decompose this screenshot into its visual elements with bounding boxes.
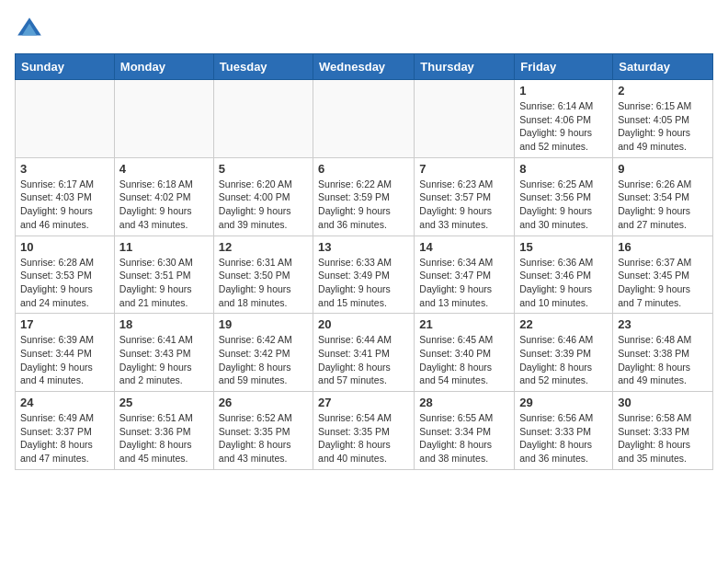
day-info: Sunrise: 6:42 AM Sunset: 3:42 PM Dayligh… [219, 333, 308, 387]
calendar-cell [415, 80, 515, 158]
day-number: 6 [318, 162, 409, 176]
day-number: 11 [119, 240, 209, 254]
day-number: 3 [20, 162, 109, 176]
calendar-cell: 30Sunrise: 6:58 AM Sunset: 3:33 PM Dayli… [613, 392, 713, 470]
day-info: Sunrise: 6:14 AM Sunset: 4:06 PM Dayligh… [519, 99, 608, 154]
weekday-header-row: SundayMondayTuesdayWednesdayThursdayFrid… [16, 54, 713, 80]
day-info: Sunrise: 6:15 AM Sunset: 4:05 PM Dayligh… [618, 99, 708, 154]
page-header [15, 15, 713, 44]
calendar-cell: 29Sunrise: 6:56 AM Sunset: 3:33 PM Dayli… [515, 392, 613, 470]
day-info: Sunrise: 6:28 AM Sunset: 3:53 PM Dayligh… [20, 256, 109, 310]
calendar-cell: 11Sunrise: 6:30 AM Sunset: 3:51 PM Dayli… [114, 236, 213, 314]
weekday-header-tuesday: Tuesday [213, 54, 313, 80]
day-number: 22 [519, 317, 608, 331]
calendar-cell: 21Sunrise: 6:45 AM Sunset: 3:40 PM Dayli… [415, 314, 515, 392]
day-number: 16 [618, 240, 708, 254]
day-number: 20 [318, 317, 409, 331]
day-number: 23 [618, 317, 708, 331]
calendar-cell: 14Sunrise: 6:34 AM Sunset: 3:47 PM Dayli… [415, 236, 515, 314]
day-number: 19 [219, 317, 308, 331]
calendar-cell: 6Sunrise: 6:22 AM Sunset: 3:59 PM Daylig… [313, 157, 415, 236]
calendar-cell: 4Sunrise: 6:18 AM Sunset: 4:02 PM Daylig… [114, 157, 213, 236]
day-info: Sunrise: 6:49 AM Sunset: 3:37 PM Dayligh… [20, 411, 109, 465]
calendar-cell [313, 80, 415, 158]
day-number: 8 [519, 162, 608, 176]
day-info: Sunrise: 6:46 AM Sunset: 3:39 PM Dayligh… [519, 333, 608, 387]
day-info: Sunrise: 6:41 AM Sunset: 3:43 PM Dayligh… [119, 333, 209, 387]
calendar-cell: 25Sunrise: 6:51 AM Sunset: 3:36 PM Dayli… [114, 392, 213, 470]
day-number: 29 [519, 396, 608, 409]
calendar-cell: 16Sunrise: 6:37 AM Sunset: 3:45 PM Dayli… [613, 236, 713, 314]
calendar-cell: 7Sunrise: 6:23 AM Sunset: 3:57 PM Daylig… [415, 157, 515, 236]
day-number: 1 [519, 84, 608, 98]
calendar: SundayMondayTuesdayWednesdayThursdayFrid… [15, 53, 713, 470]
calendar-cell [16, 80, 115, 158]
calendar-cell: 3Sunrise: 6:17 AM Sunset: 4:03 PM Daylig… [16, 157, 115, 236]
calendar-cell: 13Sunrise: 6:33 AM Sunset: 3:49 PM Dayli… [313, 236, 415, 314]
day-number: 17 [20, 317, 109, 331]
day-info: Sunrise: 6:33 AM Sunset: 3:49 PM Dayligh… [318, 256, 409, 310]
logo [15, 15, 48, 44]
day-number: 15 [519, 240, 608, 254]
calendar-cell: 9Sunrise: 6:26 AM Sunset: 3:54 PM Daylig… [613, 157, 713, 236]
day-info: Sunrise: 6:48 AM Sunset: 3:38 PM Dayligh… [618, 333, 708, 387]
day-info: Sunrise: 6:30 AM Sunset: 3:51 PM Dayligh… [119, 256, 209, 310]
day-info: Sunrise: 6:31 AM Sunset: 3:50 PM Dayligh… [219, 256, 308, 310]
calendar-cell: 1Sunrise: 6:14 AM Sunset: 4:06 PM Daylig… [515, 80, 613, 158]
day-number: 27 [318, 396, 409, 409]
day-info: Sunrise: 6:20 AM Sunset: 4:00 PM Dayligh… [219, 178, 308, 232]
day-info: Sunrise: 6:58 AM Sunset: 3:33 PM Dayligh… [618, 411, 708, 465]
calendar-cell: 22Sunrise: 6:46 AM Sunset: 3:39 PM Dayli… [515, 314, 613, 392]
week-row-1: 1Sunrise: 6:14 AM Sunset: 4:06 PM Daylig… [16, 80, 713, 158]
day-number: 9 [618, 162, 708, 176]
day-number: 21 [419, 317, 509, 331]
day-number: 7 [419, 162, 509, 176]
day-info: Sunrise: 6:22 AM Sunset: 3:59 PM Dayligh… [318, 178, 409, 232]
day-info: Sunrise: 6:26 AM Sunset: 3:54 PM Dayligh… [618, 178, 708, 232]
calendar-cell: 24Sunrise: 6:49 AM Sunset: 3:37 PM Dayli… [16, 392, 115, 470]
calendar-cell: 27Sunrise: 6:54 AM Sunset: 3:35 PM Dayli… [313, 392, 415, 470]
week-row-4: 17Sunrise: 6:39 AM Sunset: 3:44 PM Dayli… [16, 314, 713, 392]
calendar-cell [114, 80, 213, 158]
calendar-cell: 12Sunrise: 6:31 AM Sunset: 3:50 PM Dayli… [213, 236, 313, 314]
day-number: 26 [219, 396, 308, 409]
calendar-cell: 15Sunrise: 6:36 AM Sunset: 3:46 PM Dayli… [515, 236, 613, 314]
calendar-cell: 2Sunrise: 6:15 AM Sunset: 4:05 PM Daylig… [613, 80, 713, 158]
calendar-cell: 17Sunrise: 6:39 AM Sunset: 3:44 PM Dayli… [16, 314, 115, 392]
day-info: Sunrise: 6:25 AM Sunset: 3:56 PM Dayligh… [519, 178, 608, 232]
calendar-cell: 26Sunrise: 6:52 AM Sunset: 3:35 PM Dayli… [213, 392, 313, 470]
weekday-header-wednesday: Wednesday [313, 54, 415, 80]
weekday-header-saturday: Saturday [613, 54, 713, 80]
day-number: 13 [318, 240, 409, 254]
day-info: Sunrise: 6:37 AM Sunset: 3:45 PM Dayligh… [618, 256, 708, 310]
day-info: Sunrise: 6:51 AM Sunset: 3:36 PM Dayligh… [119, 411, 209, 465]
day-info: Sunrise: 6:23 AM Sunset: 3:57 PM Dayligh… [419, 178, 509, 232]
day-number: 24 [20, 396, 109, 409]
week-row-5: 24Sunrise: 6:49 AM Sunset: 3:37 PM Dayli… [16, 392, 713, 470]
day-info: Sunrise: 6:39 AM Sunset: 3:44 PM Dayligh… [20, 333, 109, 387]
day-info: Sunrise: 6:34 AM Sunset: 3:47 PM Dayligh… [419, 256, 509, 310]
calendar-cell: 5Sunrise: 6:20 AM Sunset: 4:00 PM Daylig… [213, 157, 313, 236]
day-number: 2 [618, 84, 708, 98]
day-number: 14 [419, 240, 509, 254]
day-number: 18 [119, 317, 209, 331]
calendar-cell: 20Sunrise: 6:44 AM Sunset: 3:41 PM Dayli… [313, 314, 415, 392]
day-info: Sunrise: 6:36 AM Sunset: 3:46 PM Dayligh… [519, 256, 608, 310]
weekday-header-monday: Monday [114, 54, 213, 80]
calendar-cell: 28Sunrise: 6:55 AM Sunset: 3:34 PM Dayli… [415, 392, 515, 470]
day-number: 10 [20, 240, 109, 254]
day-number: 25 [119, 396, 209, 409]
weekday-header-sunday: Sunday [16, 54, 115, 80]
day-number: 4 [119, 162, 209, 176]
calendar-cell [213, 80, 313, 158]
day-info: Sunrise: 6:44 AM Sunset: 3:41 PM Dayligh… [318, 333, 409, 387]
day-info: Sunrise: 6:45 AM Sunset: 3:40 PM Dayligh… [419, 333, 509, 387]
calendar-cell: 23Sunrise: 6:48 AM Sunset: 3:38 PM Dayli… [613, 314, 713, 392]
day-info: Sunrise: 6:55 AM Sunset: 3:34 PM Dayligh… [419, 411, 509, 465]
weekday-header-thursday: Thursday [415, 54, 515, 80]
day-number: 28 [419, 396, 509, 409]
weekday-header-friday: Friday [515, 54, 613, 80]
calendar-cell: 8Sunrise: 6:25 AM Sunset: 3:56 PM Daylig… [515, 157, 613, 236]
calendar-cell: 19Sunrise: 6:42 AM Sunset: 3:42 PM Dayli… [213, 314, 313, 392]
day-number: 12 [219, 240, 308, 254]
